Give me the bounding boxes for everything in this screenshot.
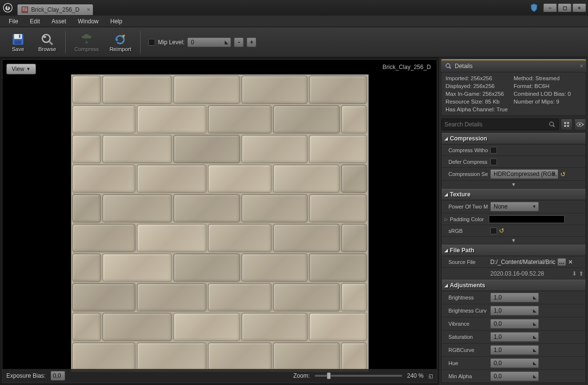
window-controls: – ◻ × bbox=[543, 3, 586, 12]
spinner-icon: ◣ bbox=[533, 361, 536, 366]
svg-rect-9 bbox=[15, 40, 21, 44]
adjustment-input[interactable]: 1,0◣ bbox=[490, 293, 539, 302]
adjustment-label: RGBCurve bbox=[448, 347, 490, 353]
adjustment-label: Vibrance bbox=[448, 321, 490, 327]
adjustment-label: Hue bbox=[448, 360, 490, 366]
adjustment-input[interactable]: 0,0◣ bbox=[490, 358, 539, 368]
spinner-icon: ◣ bbox=[533, 334, 536, 339]
power-of-two-combo[interactable]: None ▼ bbox=[490, 202, 539, 211]
adjustment-input[interactable]: 0,0◣ bbox=[490, 371, 539, 381]
close-panel-icon[interactable]: × bbox=[580, 63, 583, 70]
reset-icon[interactable]: ↺ bbox=[560, 171, 566, 178]
property-matrix-button[interactable] bbox=[561, 119, 572, 130]
adjustment-input[interactable]: 0,0◣ bbox=[490, 319, 539, 329]
details-tab[interactable]: Details × bbox=[441, 59, 586, 72]
compress-without-checkbox[interactable] bbox=[490, 147, 497, 154]
expand-icon[interactable]: ▷ bbox=[445, 217, 448, 222]
padding-color-swatch[interactable] bbox=[489, 215, 565, 223]
compression-settings-combo[interactable]: HDRCompressed (RGB, BC ▼ bbox=[490, 169, 558, 179]
menu-help[interactable]: Help bbox=[106, 17, 127, 26]
adjustment-label: Min Alpha bbox=[448, 373, 490, 379]
svg-point-23 bbox=[579, 123, 581, 125]
mip-level-input[interactable]: 0 ◣ bbox=[187, 37, 231, 47]
info-method: Method: Streamed bbox=[514, 75, 582, 81]
adjustment-label: Brightness Curv bbox=[448, 308, 490, 314]
minimize-button[interactable]: – bbox=[543, 3, 557, 12]
menu-asset[interactable]: Asset bbox=[47, 17, 71, 26]
reset-icon[interactable]: ↺ bbox=[499, 227, 504, 234]
reimport-button[interactable]: Reimport bbox=[105, 31, 136, 54]
spinner-icon: ◣ bbox=[533, 374, 536, 379]
info-displayed: Displayed: 256x256 bbox=[445, 83, 514, 89]
section-compression[interactable]: ◢Compression bbox=[442, 133, 586, 144]
section-filepath[interactable]: ◢File Path bbox=[442, 245, 586, 256]
defer-compress-checkbox[interactable] bbox=[490, 158, 497, 165]
svg-rect-5 bbox=[25, 9, 27, 11]
menu-window[interactable]: Window bbox=[73, 17, 104, 26]
spinner-icon: ◣ bbox=[533, 295, 536, 300]
spinner-icon: ◣ bbox=[533, 321, 536, 326]
viewport-texture-name: Brick_Clay_256_D bbox=[383, 64, 431, 70]
exposure-bias-input[interactable]: 0,0 bbox=[51, 371, 65, 381]
mip-plus-button[interactable]: + bbox=[247, 37, 256, 47]
mip-level-control: Mip Level: 0 ◣ - + bbox=[148, 37, 257, 47]
adjustment-input[interactable]: 1,0◣ bbox=[490, 332, 539, 342]
zoom-slider-thumb[interactable] bbox=[327, 372, 331, 379]
adjustment-input[interactable]: 1,0◣ bbox=[490, 345, 539, 355]
source-file-date: 2020.03.16-09.52.28 bbox=[490, 270, 544, 277]
search-details-input[interactable] bbox=[441, 119, 559, 130]
browse-icon bbox=[40, 33, 54, 46]
section-adjustments[interactable]: ◢Adjustments bbox=[442, 280, 586, 291]
browse-file-button[interactable]: … bbox=[557, 258, 566, 266]
srgb-checkbox[interactable] bbox=[490, 228, 497, 234]
title-bar: Brick_Clay_256_D × – ◻ × bbox=[0, 0, 588, 16]
row-source-date: 2020.03.16-09.52.28 ⬇ ⬆ bbox=[442, 268, 586, 280]
svg-point-11 bbox=[42, 35, 50, 42]
info-format: Format: BC6H bbox=[514, 83, 582, 89]
browse-button[interactable]: Browse bbox=[33, 31, 61, 54]
properties-list[interactable]: ◢Compression Compress Witho Defer Compre… bbox=[441, 132, 586, 383]
menu-file[interactable]: File bbox=[4, 17, 23, 26]
texture-tab-icon bbox=[21, 6, 28, 13]
section-texture[interactable]: ◢Texture bbox=[442, 189, 586, 200]
clear-icon[interactable]: ✕ bbox=[568, 259, 573, 265]
svg-rect-3 bbox=[25, 7, 27, 9]
details-title: Details bbox=[455, 63, 473, 70]
row-compress-without: Compress Witho bbox=[442, 144, 586, 156]
close-button[interactable]: × bbox=[572, 3, 586, 12]
svg-line-12 bbox=[49, 41, 53, 45]
close-tab-icon[interactable]: × bbox=[87, 6, 90, 13]
expand-texture[interactable]: ▼ bbox=[442, 237, 586, 245]
zoom-fit-icon[interactable]: ◱ bbox=[428, 373, 433, 379]
adjustment-input[interactable]: 1,0◣ bbox=[490, 306, 539, 315]
chevron-down-icon: ▼ bbox=[552, 172, 556, 176]
svg-point-16 bbox=[550, 122, 553, 126]
zoom-label: Zoom: bbox=[293, 372, 310, 379]
view-options-button[interactable] bbox=[574, 119, 586, 130]
arrow-down-icon[interactable]: ⬇ bbox=[572, 270, 577, 277]
menu-bar: File Edit Asset Window Help bbox=[0, 16, 588, 27]
toolbar: Save Browse Compress Reimport Mip Level:… bbox=[0, 27, 588, 57]
row-adjustment: Vibrance0,0◣ bbox=[442, 317, 586, 331]
mip-minus-button[interactable]: - bbox=[234, 37, 244, 47]
maximize-button[interactable]: ◻ bbox=[558, 3, 571, 12]
source-file-path: D:/_Content/Material/Bric bbox=[490, 259, 555, 265]
svg-line-15 bbox=[449, 67, 451, 69]
svg-rect-19 bbox=[567, 122, 569, 124]
row-compression-settings: Compression Se HDRCompressed (RGB, BC ▼ … bbox=[442, 168, 586, 181]
info-resource: Resource Size: 85 Kb bbox=[445, 99, 514, 105]
zoom-slider[interactable] bbox=[315, 375, 402, 377]
texture-viewport[interactable]: View ▼ Brick_Clay_256_D Exposure Bias: 0… bbox=[2, 59, 437, 383]
row-padding-color: ▷ Padding Color bbox=[442, 213, 586, 225]
save-button[interactable]: Save bbox=[4, 31, 32, 54]
view-dropdown-button[interactable]: View ▼ bbox=[6, 64, 36, 74]
chevron-down-icon: ▼ bbox=[532, 204, 536, 209]
row-adjustment: Min Alpha0,0◣ bbox=[442, 370, 586, 383]
source-control-icon[interactable] bbox=[530, 3, 538, 12]
document-tab[interactable]: Brick_Clay_256_D × bbox=[18, 4, 93, 15]
viewport-status-bar: Exposure Bias: 0,0 Zoom: 240 % ◱ bbox=[2, 369, 437, 383]
arrow-up-icon[interactable]: ⬆ bbox=[579, 270, 584, 277]
menu-edit[interactable]: Edit bbox=[25, 17, 45, 26]
mip-level-checkbox[interactable] bbox=[148, 39, 155, 46]
expand-compression[interactable]: ▼ bbox=[442, 181, 586, 189]
